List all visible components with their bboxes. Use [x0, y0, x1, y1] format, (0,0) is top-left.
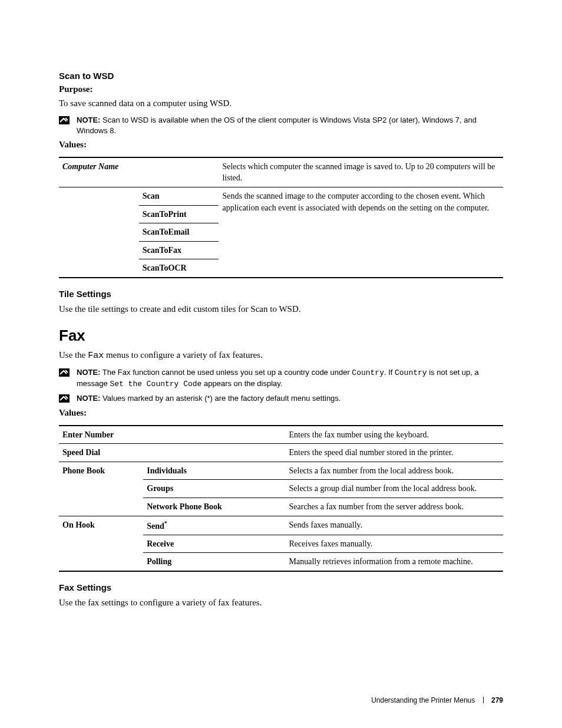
table-cell: Polling	[143, 553, 285, 571]
tile-settings-text: Use the tile settings to create and edit…	[59, 302, 503, 316]
footer-title: Understanding the Printer Menus	[371, 696, 475, 704]
note-text: NOTE: Scan to WSD is available when the …	[77, 115, 503, 136]
table-cell: Enters the fax number using the keyboard…	[286, 426, 503, 444]
note-body: Values marked by an asterisk (*) are the…	[100, 394, 340, 403]
t: Send	[147, 521, 164, 530]
table-cell: Enter Number	[59, 426, 143, 444]
svg-rect-2	[59, 394, 70, 403]
page-footer: Understanding the Printer Menus 279	[371, 696, 503, 704]
heading-tile-settings: Tile Settings	[59, 289, 503, 299]
purpose-label: Purpose:	[59, 84, 503, 94]
table-cell: Receive	[143, 535, 285, 553]
values-label-1: Values:	[59, 140, 503, 150]
heading-fax: Fax	[59, 327, 503, 345]
table-cell: Searches a fax number from the server ad…	[286, 498, 503, 516]
text: Use the	[59, 350, 88, 360]
note-icon	[59, 116, 70, 124]
page-number: 279	[491, 696, 503, 704]
note-icon	[59, 394, 70, 403]
note-block-2: NOTE: The Fax function cannot be used un…	[59, 367, 503, 390]
table-cell	[143, 426, 285, 444]
table-cell: Send*	[143, 516, 285, 535]
note-label: NOTE:	[77, 368, 100, 377]
note-text: NOTE: Values marked by an asterisk (*) a…	[77, 393, 340, 404]
note-text: NOTE: The Fax function cannot be used un…	[77, 367, 503, 390]
table-cell: Receives faxes manually.	[286, 535, 503, 553]
table-cell: Selects a fax number from the local addr…	[286, 462, 503, 480]
fax-settings-text: Use the fax settings to configure a vari…	[59, 596, 503, 610]
t: The Fax function cannot be used unless y…	[100, 368, 352, 377]
values-label-2: Values:	[59, 408, 503, 418]
text: menus to configure a variety of fax feat…	[104, 350, 262, 360]
heading-scan-to-wsd: Scan to WSD	[59, 71, 503, 81]
table-cell	[143, 444, 285, 462]
table-cell: ScanToFax	[139, 241, 219, 259]
table-cell: On Hook	[59, 516, 143, 571]
table-cell: Manually retrieves information from a re…	[286, 553, 503, 571]
table-cell: Selects which computer the scanned image…	[219, 157, 503, 187]
t: . If	[384, 368, 395, 377]
svg-rect-0	[59, 116, 70, 124]
table-cell: Phone Book	[59, 462, 143, 516]
table-cell: ScanToEmail	[139, 223, 219, 242]
table-cell: Sends the scanned image to the computer …	[219, 187, 503, 278]
table-cell: Sends faxes manually.	[286, 516, 503, 535]
table-cell: Groups	[143, 480, 285, 498]
table-cell	[139, 157, 219, 187]
table-cell: ScanToOCR	[139, 259, 219, 278]
note-block-3: NOTE: Values marked by an asterisk (*) a…	[59, 393, 503, 404]
t: Set the Country Code	[110, 380, 201, 388]
note-icon	[59, 368, 70, 377]
t: appears on the display.	[201, 379, 282, 388]
note-block-1: NOTE: Scan to WSD is available when the …	[59, 115, 503, 136]
heading-fax-settings: Fax Settings	[59, 582, 503, 592]
table-cell	[59, 187, 139, 278]
fax-table: Enter Number Enters the fax number using…	[59, 425, 503, 572]
table-cell: Speed Dial	[59, 444, 143, 462]
table-cell: Scan	[139, 187, 219, 206]
t: Country	[395, 368, 427, 377]
note-label: NOTE:	[77, 394, 100, 403]
table-cell: ScanToPrint	[139, 205, 219, 223]
footer-separator	[483, 697, 484, 703]
table-cell: Enters the speed dial number stored in t…	[286, 444, 503, 462]
table-cell: Computer Name	[59, 157, 139, 187]
fax-intro: Use the Fax menus to configure a variety…	[59, 348, 503, 363]
table-cell: Selects a group dial number from the loc…	[286, 480, 503, 498]
table-cell: Network Phone Book	[143, 498, 285, 516]
purpose-text: To save scanned data on a computer using…	[59, 97, 503, 110]
asterisk: *	[164, 520, 167, 526]
t: Country	[352, 368, 384, 377]
scan-to-wsd-table: Computer Name Selects which computer the…	[59, 157, 503, 278]
note-body: Scan to WSD is available when the OS of …	[77, 116, 477, 135]
note-label: NOTE:	[77, 116, 100, 124]
page: Scan to WSD Purpose: To save scanned dat…	[0, 0, 562, 728]
text-mono: Fax	[88, 351, 104, 361]
table-cell: Individuals	[143, 462, 285, 480]
svg-rect-1	[59, 368, 70, 377]
